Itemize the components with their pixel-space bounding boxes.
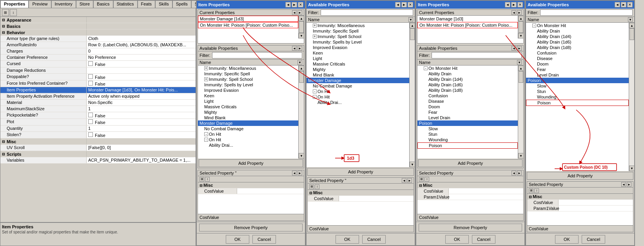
avail-s2-4[interactable]: Ability Drain (1d8) <box>526 45 629 50</box>
avail-item-1-11[interactable]: No Combat Damage <box>198 126 298 131</box>
sel-param1-val-standalone-2[interactable] <box>559 206 633 211</box>
expand-icon-1-0[interactable]: + <box>204 66 208 70</box>
avail-item-2-10[interactable]: Poison <box>417 120 518 126</box>
current-props-nav-prev-1[interactable]: ◄ <box>292 10 297 15</box>
avail-standalone-1-5[interactable]: Keen <box>307 50 409 56</box>
avail-s2-13[interactable]: Wounding <box>526 94 629 100</box>
avail-standalone-1-9[interactable]: Mind Blank <box>307 72 409 78</box>
avail-props-1-nav-prev[interactable]: ◄ <box>395 2 401 7</box>
avail-s2-5[interactable]: Confusion <box>526 50 629 56</box>
avail-sort-btn-1[interactable]: ▼ <box>298 60 302 65</box>
filter-input-standalone-2[interactable] <box>540 9 633 16</box>
sel-prop-alpha-2[interactable]: ↕ <box>424 177 429 182</box>
avail-standalone-1-12[interactable]: -On Hit <box>307 89 409 94</box>
section-misc-expander[interactable]: ⊟ <box>2 140 5 144</box>
tab-preview[interactable]: Preview <box>29 0 51 8</box>
avail-props-2-nav-next[interactable]: ► <box>621 2 626 7</box>
avail-item-2-14[interactable]: Poison <box>417 142 518 149</box>
sel-prop-nav-next-2[interactable]: ► <box>517 171 522 175</box>
sel-cost-standalone-2[interactable]: CostValue <box>527 200 633 206</box>
prop-armor-rules[interactable]: ArmorRulesInfo Row 0: (Label:Cloth), (AC… <box>0 42 196 48</box>
ok-btn-standalone-2[interactable]: OK <box>555 235 579 244</box>
avail-s2-3[interactable]: Ability Drain (1d6) <box>526 39 629 45</box>
avail-item-1-14[interactable]: Ability Drai... <box>198 142 298 148</box>
tab-inventory[interactable]: Inventory <box>51 0 76 8</box>
sel-param1-standalone-2[interactable]: Param1Value <box>527 206 633 211</box>
cancel-btn-1[interactable]: Cancel <box>252 235 276 244</box>
avail-item-1-6[interactable]: Light <box>198 98 298 104</box>
avail-item-1-5[interactable]: Keen <box>198 93 298 98</box>
section-appearance-expander[interactable]: ⊟ <box>2 18 5 22</box>
avail-item-1-12[interactable]: -On Hit <box>198 131 298 137</box>
avail-s2-11[interactable]: Slow <box>526 83 629 89</box>
scroll-down-1[interactable]: ▼ <box>299 33 304 38</box>
avail-sort-standalone-2[interactable]: ▼ <box>628 17 633 22</box>
avail-nav-prev-2[interactable]: ◄ <box>512 46 516 51</box>
sel-costvalue-val-standalone-2[interactable] <box>559 200 633 205</box>
cursed-checkbox[interactable] <box>88 61 93 66</box>
sel-prop-sort-2[interactable]: ⊞ <box>419 177 424 182</box>
avail-scroll-up-standalone-1[interactable]: ▲ <box>410 23 415 28</box>
add-property-standalone-1[interactable]: Add Property <box>307 168 414 176</box>
avail-item-2-11[interactable]: Slow <box>417 126 518 131</box>
sel-alpha-standalone-2[interactable]: ↕ <box>534 188 539 193</box>
pickpocketable-checkbox[interactable] <box>88 113 93 117</box>
cancel-btn-standalone-2[interactable]: Cancel <box>582 235 605 244</box>
avail-scroll-down-standalone-2[interactable]: ▼ <box>629 166 634 171</box>
sort-btn[interactable]: ⊞ <box>2 9 9 16</box>
expand-icon-1-12[interactable]: - <box>204 132 208 136</box>
avail-item-2-8[interactable]: Fear <box>417 109 518 115</box>
avail-item-1-1[interactable]: Immunity: Specific Spell <box>198 71 298 77</box>
prop-quantity[interactable]: Quantity 1 <box>0 126 196 132</box>
add-property-btn-1[interactable]: Add Property <box>199 159 303 167</box>
sel-cost-row-standalone-1[interactable]: CostValue <box>308 196 414 202</box>
sel-prop-costvalue-val-1[interactable] <box>237 188 304 194</box>
sel-prop-nav-prev-standalone-2[interactable]: ◄ <box>621 182 626 187</box>
avail-s2-14[interactable]: Poison <box>526 100 629 106</box>
remove-property-btn-1[interactable]: Remove Property <box>199 224 303 231</box>
avail-item-2-9[interactable]: Level Drain <box>417 115 518 120</box>
tab-feats[interactable]: Feats <box>138 0 156 8</box>
avail-item-2-5[interactable]: Confusion <box>417 93 518 98</box>
section-misc[interactable]: ⊟ Misc <box>0 138 196 145</box>
avail-standalone-1-4[interactable]: Improved Evasion <box>307 45 409 50</box>
avail-standalone-1-1[interactable]: Immunity: Specific Spell <box>307 28 409 34</box>
current-prop-item-2-1[interactable]: On Monster Hit: Poison [Poison: Custom P… <box>417 22 518 28</box>
scroll-up-1[interactable]: ▲ <box>299 16 304 21</box>
avail-props-2-close[interactable]: ✕ <box>627 2 633 7</box>
section-scripts-expander[interactable]: ⊟ <box>2 152 5 156</box>
avail-item-2-6[interactable]: Disease <box>417 98 518 104</box>
sel-costvalue-val-2[interactable] <box>449 188 523 194</box>
avail-standalone-1-11[interactable]: No Combat Damage <box>307 83 409 89</box>
plot-checkbox[interactable] <box>88 119 93 124</box>
sort-alpha-btn[interactable]: ↕ <box>10 9 17 16</box>
sel-prop-nav-next-1[interactable]: ► <box>298 171 302 175</box>
current-prop-item-1-0[interactable]: Monster Damage [1d3] <box>198 16 298 22</box>
avail-standalone-1-3[interactable]: Immunity: Spells by Level <box>307 39 409 45</box>
ok-btn-1[interactable]: OK <box>226 235 249 244</box>
section-appearance[interactable]: ⊟ Appearance <box>0 17 196 23</box>
avail-scroll-down-standalone-1[interactable]: ▼ <box>410 162 415 167</box>
avail-props-1-nav-next[interactable]: ► <box>401 2 407 7</box>
avail-item-2-7[interactable]: Doom <box>417 104 518 109</box>
current-props-nav-prev-2[interactable]: ◄ <box>512 10 516 15</box>
tab-basics[interactable]: Basics <box>93 0 113 8</box>
avail-scroll-up-2[interactable]: ▲ <box>518 66 523 71</box>
avail-scroll-up-1[interactable]: ▲ <box>299 66 304 71</box>
avail-standalone-1-10[interactable]: Monster Damage <box>307 78 409 83</box>
avail-nav-prev-1[interactable]: ◄ <box>292 46 297 51</box>
avail-s2-2[interactable]: Ability Drain (1d4) <box>526 34 629 39</box>
prop-cursed[interactable]: Cursed False <box>0 61 196 67</box>
dialog-2-nav-next[interactable]: ► <box>511 2 517 7</box>
avail-item-1-2[interactable]: +Immunity: Spell School <box>198 77 298 82</box>
tab-spells[interactable]: Spells <box>172 0 191 8</box>
section-basics[interactable]: ⊟ Basics <box>0 23 196 29</box>
dialog-2-close[interactable]: ✕ <box>517 2 523 7</box>
avail-item-1-9[interactable]: Mind Blank <box>198 115 298 120</box>
sel-prop-row-cost-1[interactable]: CostValue <box>198 188 304 194</box>
cancel-btn-standalone-1[interactable]: Cancel <box>362 235 386 244</box>
avail-s2-10[interactable]: Poison <box>526 78 629 83</box>
prop-stolen[interactable]: Stolen? False <box>0 132 196 138</box>
prop-droppable[interactable]: Droppable? False <box>0 74 196 80</box>
sel-prop-nav-prev-2[interactable]: ◄ <box>512 171 516 175</box>
